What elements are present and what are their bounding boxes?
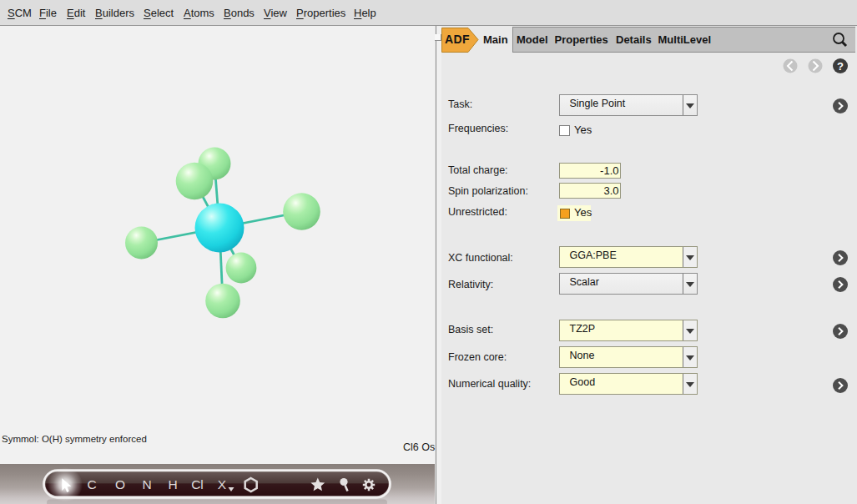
svg-text:N: N	[142, 477, 151, 491]
svg-text:Cl: Cl	[191, 477, 204, 491]
svg-text:?: ?	[837, 60, 844, 73]
svg-text:O: O	[115, 477, 125, 491]
svg-text:C: C	[87, 477, 96, 491]
svg-text:X: X	[218, 477, 227, 491]
svg-text:H: H	[168, 477, 177, 491]
